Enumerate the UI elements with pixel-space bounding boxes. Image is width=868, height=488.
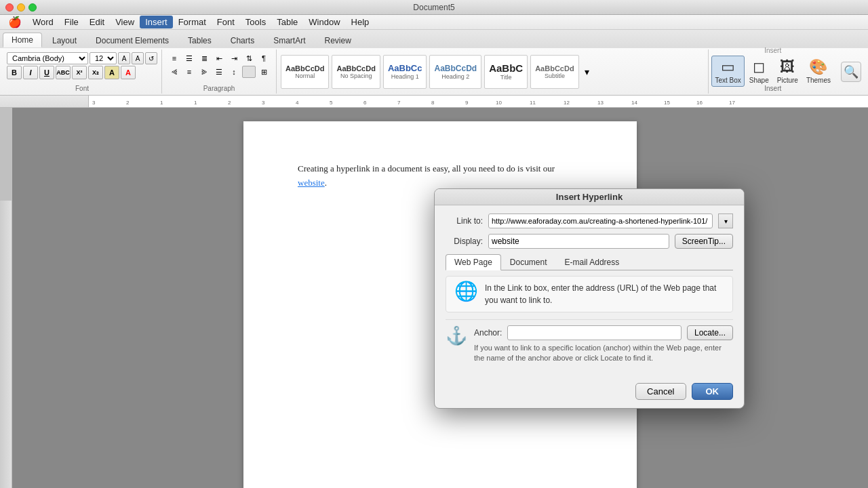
- font-size-select[interactable]: 12: [90, 52, 117, 64]
- font-size-increase[interactable]: A: [118, 52, 130, 64]
- strikethrough-button[interactable]: ABC: [56, 66, 71, 79]
- search-btn[interactable]: 🔍: [841, 62, 861, 82]
- maximize-button[interactable]: [28, 3, 37, 12]
- shape-btn[interactable]: ◻ Shape: [746, 56, 772, 87]
- paragraph-group-label: Paragraph: [203, 85, 235, 92]
- style-heading2[interactable]: AaBbCcDd Heading 2: [429, 55, 481, 89]
- insert-group: Insert ▭ Text Box ◻ Shape 🖼 Picture 🎨 Th…: [708, 49, 837, 94]
- svg-text:4: 4: [296, 100, 299, 106]
- decrease-indent-btn[interactable]: ⇤: [212, 52, 226, 64]
- screentip-button[interactable]: ScreenTip...: [675, 234, 733, 249]
- link-to-input[interactable]: [488, 214, 713, 228]
- borders-btn[interactable]: ⊞: [257, 66, 271, 78]
- ok-button[interactable]: OK: [692, 383, 734, 400]
- outline-list-btn[interactable]: ≣: [197, 52, 211, 64]
- ruler: 3 2 1 1 2 3 4 5 6 7 8 9 10 11 12 13 14 1…: [0, 96, 868, 108]
- underline-button[interactable]: U: [39, 66, 54, 79]
- menu-help[interactable]: Help: [346, 16, 375, 28]
- close-button[interactable]: [5, 3, 14, 12]
- numbered-list-btn[interactable]: ☰: [182, 52, 196, 64]
- highlight-button[interactable]: A: [104, 66, 119, 79]
- menu-insert[interactable]: Insert: [140, 16, 173, 28]
- themes-btn[interactable]: 🎨 Themes: [803, 56, 834, 87]
- bold-button[interactable]: B: [7, 66, 22, 79]
- menu-window[interactable]: Window: [303, 16, 345, 28]
- svg-text:14: 14: [631, 100, 637, 106]
- style-title[interactable]: AaBbC Title: [484, 55, 528, 89]
- left-ruler: [0, 201, 12, 488]
- align-left-btn[interactable]: ⫷: [167, 66, 181, 78]
- align-center-btn[interactable]: ≡: [182, 66, 196, 78]
- text-before-link: Creating a hyperlink in a document is ea…: [298, 163, 555, 174]
- tab-document-elements[interactable]: Document Elements: [87, 33, 178, 47]
- insert-hyperlink-dialog[interactable]: Insert Hyperlink Link to: ▾ Display: Scr…: [434, 188, 745, 409]
- anchor-input[interactable]: [507, 325, 682, 340]
- document-text: Creating a hyperlink in a document is ea…: [298, 162, 583, 190]
- svg-text:9: 9: [465, 100, 469, 106]
- minimize-button[interactable]: [17, 3, 25, 12]
- svg-text:3: 3: [262, 100, 265, 106]
- superscript-button[interactable]: X²: [72, 66, 87, 79]
- style-subtitle[interactable]: AaBbCcDd Subtitle: [530, 55, 578, 89]
- menu-tools[interactable]: Tools: [240, 16, 271, 28]
- locate-button[interactable]: Locate...: [687, 325, 733, 340]
- font-group: Cambria (Body) 12 A A ↺ B I U ABC X² X₂: [3, 49, 162, 94]
- tab-layout[interactable]: Layout: [43, 33, 85, 47]
- svg-text:2: 2: [126, 100, 130, 106]
- info-box: 🌐 In the Link to box, enter the address …: [446, 276, 733, 312]
- increase-indent-btn[interactable]: ⇥: [227, 52, 241, 64]
- bullet-list-btn[interactable]: ≡: [167, 52, 181, 64]
- globe-icon: 🌐: [454, 282, 478, 301]
- menu-edit[interactable]: Edit: [84, 16, 110, 28]
- tab-document[interactable]: Document: [501, 254, 556, 270]
- insert-group-label: Insert: [764, 85, 781, 92]
- tab-charts[interactable]: Charts: [222, 33, 263, 47]
- menu-word[interactable]: Word: [27, 16, 59, 28]
- insert-group-header: Insert: [711, 47, 834, 54]
- styles-more-btn[interactable]: ▾: [582, 55, 593, 89]
- menu-font[interactable]: Font: [212, 16, 240, 28]
- font-family-select[interactable]: Cambria (Body): [7, 52, 88, 64]
- svg-text:16: 16: [696, 100, 703, 106]
- sort-btn[interactable]: ⇅: [242, 52, 256, 64]
- tab-web-page[interactable]: Web Page: [446, 254, 501, 270]
- style-no-spacing[interactable]: AaBbCcDd No Spacing: [332, 55, 380, 89]
- font-size-decrease[interactable]: A: [132, 52, 144, 64]
- tab-home[interactable]: Home: [3, 33, 42, 47]
- show-formatting-btn[interactable]: ¶: [257, 52, 271, 64]
- tab-email-address[interactable]: E-mail Address: [556, 254, 629, 270]
- clear-format[interactable]: ↺: [145, 52, 157, 64]
- font-color-button[interactable]: A: [121, 66, 136, 79]
- link-dropdown-btn[interactable]: ▾: [718, 214, 733, 228]
- style-normal[interactable]: AaBbCcDd Normal: [281, 55, 329, 89]
- ribbon-content: Cambria (Body) 12 A A ↺ B I U ABC X² X₂: [0, 47, 868, 95]
- tab-smartart[interactable]: SmartArt: [264, 33, 314, 47]
- anchor-label-row: Anchor: Locate...: [474, 325, 733, 340]
- menu-view[interactable]: View: [110, 16, 140, 28]
- hyperlink[interactable]: website: [298, 178, 325, 188]
- menu-file[interactable]: File: [59, 16, 84, 28]
- align-right-btn[interactable]: ⫸: [197, 66, 211, 78]
- style-heading1[interactable]: AaBbCc Heading 1: [383, 55, 427, 89]
- picture-btn[interactable]: 🖼 Picture: [774, 56, 802, 87]
- svg-text:1: 1: [160, 100, 163, 106]
- display-label: Display:: [446, 237, 483, 246]
- tab-tables[interactable]: Tables: [179, 33, 220, 47]
- link-to-label: Link to:: [446, 216, 483, 226]
- line-spacing-btn[interactable]: ↕: [227, 66, 241, 78]
- svg-text:1: 1: [194, 100, 197, 106]
- text-after-link: .: [325, 178, 327, 188]
- shading-btn[interactable]: [242, 66, 256, 78]
- tab-review[interactable]: Review: [315, 33, 359, 47]
- cancel-button[interactable]: Cancel: [635, 383, 686, 400]
- display-input[interactable]: [488, 234, 669, 249]
- menu-format[interactable]: Format: [173, 16, 212, 28]
- subscript-button[interactable]: X₂: [88, 66, 103, 79]
- apple-menu[interactable]: 🍎: [3, 16, 27, 28]
- dialog-title: Insert Hyperlink: [435, 189, 744, 205]
- menu-table[interactable]: Table: [271, 16, 303, 28]
- italic-button[interactable]: I: [23, 66, 38, 79]
- separator: [446, 319, 733, 320]
- textbox-btn[interactable]: ▭ Text Box: [711, 56, 744, 87]
- justify-btn[interactable]: ☰: [212, 66, 226, 78]
